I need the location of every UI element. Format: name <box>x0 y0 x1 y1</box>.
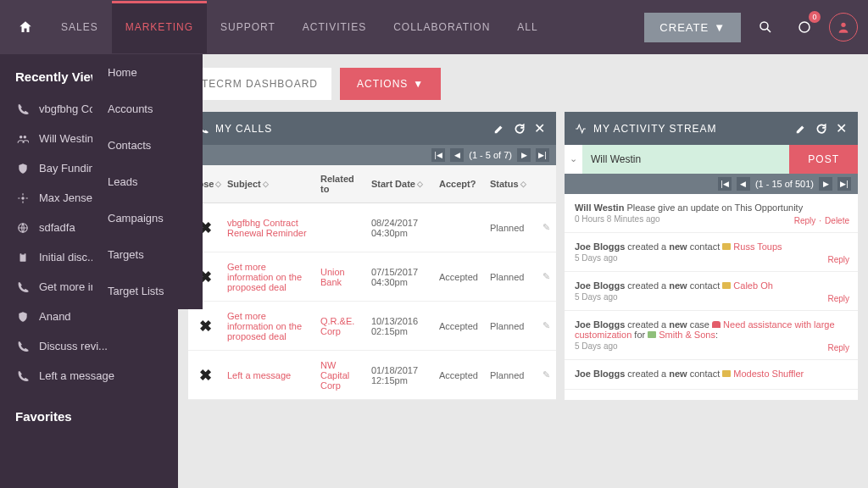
call-subject-link[interactable]: Left a message <box>227 370 291 380</box>
actions-label: ACTIONS <box>357 78 408 90</box>
nav-sales[interactable]: SALES <box>47 1 112 53</box>
edit-icon[interactable] <box>795 123 807 135</box>
th-related[interactable]: Related to <box>315 165 366 202</box>
pager-first-icon[interactable]: |◀ <box>718 177 732 191</box>
svg-rect-8 <box>20 253 26 261</box>
table-row: ✖vbgfbhg Contract Renewal Reminder08/24/… <box>188 203 556 252</box>
user-avatar[interactable] <box>829 13 858 42</box>
stream-item: Joe Bloggs created a new contact Caleb O… <box>565 272 858 311</box>
call-subject-link[interactable]: Get more information on the proposed dea… <box>227 262 310 292</box>
calls-table-head: Close◇ Subject◇ Related to Start Date◇ A… <box>188 165 556 203</box>
call-subject-link[interactable]: Get more information on the proposed dea… <box>227 311 310 341</box>
pager-last-icon[interactable]: ▶| <box>837 177 851 191</box>
call-status: Planned <box>485 203 536 252</box>
nav-activities[interactable]: ACTIVITIES <box>289 1 380 53</box>
stream-reply-link[interactable]: Reply <box>794 216 816 225</box>
close-icon[interactable]: ✕ <box>836 120 848 136</box>
dropdown-contacts[interactable]: Contacts <box>92 127 203 164</box>
case-icon <box>712 321 721 328</box>
stream-link[interactable]: Caleb Oh <box>733 280 772 291</box>
refresh-icon[interactable] <box>815 123 827 135</box>
row-edit-icon[interactable]: ✎ <box>542 320 550 331</box>
notification-badge: 0 <box>809 11 821 23</box>
pager-text: (1 - 5 of 7) <box>469 150 512 160</box>
svg-point-0 <box>760 22 768 30</box>
target-icon <box>15 192 31 204</box>
row-edit-icon[interactable]: ✎ <box>542 222 550 233</box>
table-row: ✖Left a messageNW Capital Corp01/18/2017… <box>188 351 556 400</box>
dropdown-targets[interactable]: Targets <box>92 236 203 273</box>
calls-pager: |◀ ◀ (1 - 5 of 7) ▶ ▶| <box>188 145 556 165</box>
stream-link[interactable]: Russ Toups <box>733 241 782 252</box>
panels: MY CALLS ✕ |◀ ◀ (1 - 5 of 7) ▶ ▶| Close◇… <box>188 112 858 400</box>
compose-input[interactable] <box>582 145 789 174</box>
stream-text: Joe Bloggs created a new case Need assis… <box>575 319 848 340</box>
stream-reply-link[interactable]: Reply <box>827 343 849 352</box>
call-accept: Accepted <box>434 302 485 350</box>
post-button[interactable]: POST <box>789 145 858 174</box>
related-link[interactable]: Union Bank <box>320 267 361 287</box>
call-date: 10/13/201602:15pm <box>366 302 434 350</box>
pager-next-icon[interactable]: ▶ <box>819 177 832 191</box>
caret-down-icon[interactable]: ⌄ <box>565 145 582 174</box>
row-edit-icon[interactable]: ✎ <box>542 271 550 282</box>
stream-compose: ⌄ POST <box>565 145 858 174</box>
nav-support[interactable]: SUPPORT <box>207 1 289 53</box>
stream-delete-link[interactable]: Delete <box>825 216 849 225</box>
svg-point-5 <box>24 135 26 138</box>
stream-link[interactable]: Modesto Shuffler <box>733 369 804 379</box>
users-icon <box>15 133 31 145</box>
stream-meta: 5 Days ago <box>575 341 848 351</box>
dropdown-targetlists[interactable]: Target Lists <box>92 273 203 309</box>
notifications-icon[interactable]: 0 <box>790 13 819 42</box>
pager-last-icon[interactable]: ▶| <box>536 148 549 162</box>
dropdown-campaigns[interactable]: Campaigns <box>92 200 203 236</box>
dashboard-button[interactable]: TECRM DASHBOARD <box>188 68 331 100</box>
call-date: 08/24/201704:30pm <box>366 203 434 252</box>
create-button[interactable]: CREATE ▼ <box>644 13 741 42</box>
activity-icon <box>575 123 587 135</box>
sidebar-item[interactable]: Left a message <box>0 361 178 391</box>
refresh-icon[interactable] <box>514 123 526 135</box>
dropdown-home[interactable]: Home <box>92 54 203 91</box>
related-link[interactable]: NW Capital Corp <box>320 360 361 391</box>
stream-reply-link[interactable]: Reply <box>827 255 849 264</box>
pager-next-icon[interactable]: ▶ <box>517 148 531 162</box>
th-date[interactable]: Start Date◇ <box>366 165 434 202</box>
call-accept: Accepted <box>434 351 485 399</box>
home-icon[interactable] <box>10 12 41 42</box>
stream-item: Joe Bloggs created a new contact Modesto… <box>565 360 858 390</box>
stream-actions: Reply <box>827 294 849 303</box>
related-link[interactable]: Q.R.&E. Corp <box>320 316 361 336</box>
sidebar-item[interactable]: Discuss revi... <box>0 331 178 361</box>
edit-icon[interactable] <box>493 123 505 135</box>
nav-marketing[interactable]: MARKETING <box>112 1 207 53</box>
pager-prev-icon[interactable]: ◀ <box>450 148 464 162</box>
call-subject-link[interactable]: vbgfbhg Contract Renewal Reminder <box>227 218 310 238</box>
search-icon[interactable] <box>751 13 780 42</box>
pager-first-icon[interactable]: |◀ <box>431 148 445 162</box>
sidebar-item-label: Discuss revi... <box>39 340 108 352</box>
dropdown-leads[interactable]: Leads <box>92 164 203 200</box>
phone-icon <box>15 103 31 115</box>
phone-icon <box>15 341 31 352</box>
row-close-icon[interactable]: ✖ <box>199 366 212 385</box>
th-accept[interactable]: Accept? <box>434 165 485 202</box>
row-edit-icon[interactable]: ✎ <box>542 369 550 380</box>
call-status: Planned <box>485 302 536 350</box>
nav-collaboration[interactable]: COLLABORATION <box>380 1 504 53</box>
pager-prev-icon[interactable]: ◀ <box>737 177 750 191</box>
stream-item: Joe Bloggs created a new contact Russ To… <box>565 233 858 272</box>
stream-reply-link[interactable]: Reply <box>827 294 849 303</box>
call-accept: Accepted <box>434 252 485 301</box>
dropdown-accounts[interactable]: Accounts <box>92 91 203 127</box>
stream-link[interactable]: Smith & Sons <box>659 330 715 340</box>
row-close-icon[interactable]: ✖ <box>199 317 212 336</box>
actions-button[interactable]: ACTIONS ▼ <box>340 68 441 100</box>
nav-all[interactable]: ALL <box>504 1 551 53</box>
th-status[interactable]: Status◇ <box>485 165 536 202</box>
th-subject[interactable]: Subject◇ <box>222 165 315 202</box>
sidebar-item-label: Anand <box>39 310 71 323</box>
stream-actions: Reply · Delete <box>794 216 849 225</box>
close-icon[interactable]: ✕ <box>534 120 546 136</box>
